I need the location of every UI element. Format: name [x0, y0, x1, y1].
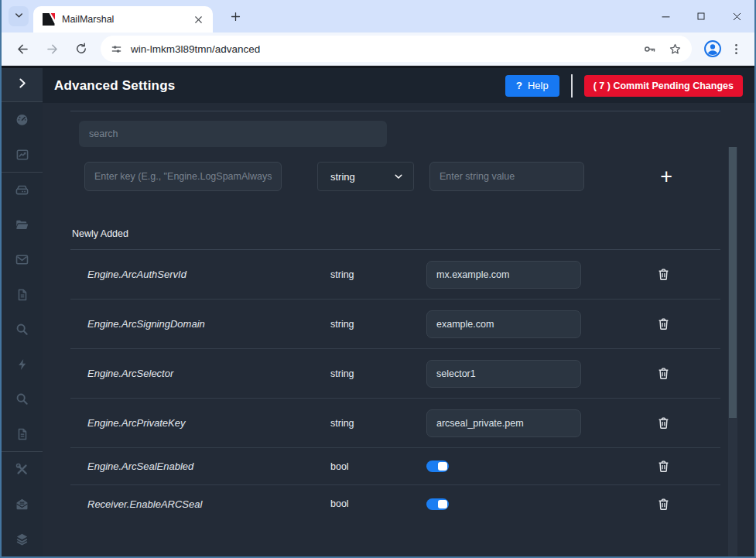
new-tab-button[interactable] [225, 6, 245, 26]
bool-toggle[interactable] [426, 498, 449, 510]
url-text[interactable]: win-lmkm3l89tmn/advanced [131, 43, 631, 55]
envelope-icon [15, 252, 29, 267]
sidebar-item-mail-digest[interactable] [2, 487, 43, 522]
setting-value-input[interactable] [426, 261, 581, 289]
type-select-value: string [330, 171, 393, 183]
browser-tab-strip: MailMarshal [2, 0, 754, 33]
browser-menu-icon[interactable] [729, 42, 744, 56]
setting-actions [617, 265, 710, 283]
file-lines-icon [15, 427, 29, 441]
setting-key: Receiver.EnableARCSeal [87, 498, 330, 510]
commit-pending-changes-button[interactable]: ( 7 ) Commit Pending Changes [584, 75, 743, 97]
sidebar-item-tools[interactable] [2, 452, 43, 487]
chart-line-icon [15, 148, 29, 162]
toggle-knob [438, 500, 447, 508]
layers-icon [15, 532, 29, 546]
header-divider [571, 74, 573, 98]
delete-row-button[interactable] [655, 365, 672, 382]
browser-window: MailMarshal [0, 0, 756, 558]
reload-button[interactable] [69, 36, 94, 61]
tab-close-icon[interactable] [191, 12, 205, 26]
table-row: Engine.ArcSealEnabledbool [70, 448, 720, 485]
scrollbar-thumb[interactable] [729, 147, 737, 418]
delete-row-button[interactable] [655, 414, 672, 432]
setting-actions [617, 315, 710, 333]
bookmark-star-icon[interactable] [668, 42, 682, 56]
setting-type: bool [330, 498, 426, 509]
window-minimize-button[interactable] [648, 0, 683, 33]
password-key-icon[interactable] [642, 42, 657, 56]
help-button[interactable]: ? Help [505, 75, 559, 97]
sidebar-item-folders[interactable] [2, 207, 43, 242]
setting-key: Engine.ArcAuthServId [87, 269, 330, 280]
hard-drive-icon [15, 183, 29, 197]
setting-value-input[interactable] [429, 162, 584, 191]
sidebar-expand-button[interactable] [2, 68, 43, 102]
site-info-icon[interactable] [110, 43, 123, 56]
setting-key: Engine.ArcSelector [87, 368, 330, 379]
chevron-down-icon [393, 171, 404, 182]
tab-search-button[interactable] [9, 6, 29, 26]
setting-key: Engine.ArcSealEnabled [87, 460, 330, 472]
window-close-button[interactable] [719, 0, 754, 33]
setting-value-input[interactable] [426, 310, 581, 338]
table-row: Engine.ArcSigningDomainstring [70, 300, 720, 349]
trash-icon [656, 366, 671, 381]
setting-type: string [330, 269, 426, 280]
delete-row-button[interactable] [655, 265, 672, 283]
browser-tab[interactable]: MailMarshal [33, 6, 213, 33]
delete-row-button[interactable] [655, 315, 672, 333]
back-button[interactable] [10, 36, 35, 61]
sidebar-item-documents[interactable] [2, 277, 43, 312]
toggle-knob [438, 462, 447, 471]
sidebar-item-layers[interactable] [2, 522, 43, 556]
content-area: string + Newly Added Engine.ArcAuthServI… [43, 103, 754, 556]
search-input[interactable] [79, 121, 387, 147]
folder-open-icon [15, 217, 29, 232]
sidebar-item-search-2[interactable] [2, 382, 43, 416]
setting-value-cell [426, 310, 617, 338]
address-bar[interactable]: win-lmkm3l89tmn/advanced [101, 36, 692, 62]
setting-type: string [330, 368, 426, 379]
setting-type: bool [330, 461, 426, 472]
setting-type: string [330, 418, 426, 429]
setting-value-cell [426, 261, 617, 289]
bolt-icon [15, 358, 29, 371]
page-header: Advanced Settings ? Help ( 7 ) Commit Pe… [43, 68, 754, 103]
setting-key: Engine.ArcSigningDomain [87, 318, 330, 330]
forward-button[interactable] [39, 36, 64, 61]
browser-toolbar: win-lmkm3l89tmn/advanced [2, 33, 754, 66]
sidebar-item-actions[interactable] [2, 347, 43, 382]
question-mark-icon: ? [516, 80, 522, 91]
delete-row-button[interactable] [655, 457, 672, 475]
bool-toggle[interactable] [426, 460, 449, 472]
sidebar-item-reports[interactable] [2, 137, 43, 172]
chevron-down-icon [13, 9, 25, 24]
setting-value-input[interactable] [426, 409, 581, 437]
setting-value-input[interactable] [426, 360, 581, 388]
sidebar-item-search[interactable] [2, 312, 43, 347]
settings-panel: string + Newly Added Engine.ArcAuthServI… [70, 111, 720, 522]
sidebar-item-server[interactable] [2, 173, 43, 207]
file-lines-icon [15, 288, 29, 302]
mailmarshal-favicon [43, 13, 55, 26]
setting-key-input[interactable] [84, 162, 282, 191]
sidebar-item-documents-2[interactable] [2, 416, 43, 451]
main-panel: Advanced Settings ? Help ( 7 ) Commit Pe… [43, 68, 754, 556]
sidebar-item-dashboard[interactable] [2, 102, 43, 137]
app-root: Advanced Settings ? Help ( 7 ) Commit Pe… [2, 66, 754, 556]
setting-value-cell [426, 460, 617, 472]
delete-row-button[interactable] [655, 495, 672, 513]
tab-title: MailMarshal [62, 14, 191, 25]
setting-actions [617, 414, 710, 432]
sidebar-item-mail[interactable] [2, 242, 43, 277]
window-maximize-button[interactable] [683, 0, 719, 33]
tools-icon [15, 462, 29, 477]
trash-icon [656, 459, 671, 474]
type-select[interactable]: string [317, 162, 414, 191]
profile-avatar-icon[interactable] [703, 39, 723, 59]
add-setting-button[interactable]: + [657, 166, 676, 187]
vertical-scrollbar[interactable] [728, 147, 737, 556]
setting-actions [617, 365, 710, 382]
setting-actions [617, 457, 710, 475]
